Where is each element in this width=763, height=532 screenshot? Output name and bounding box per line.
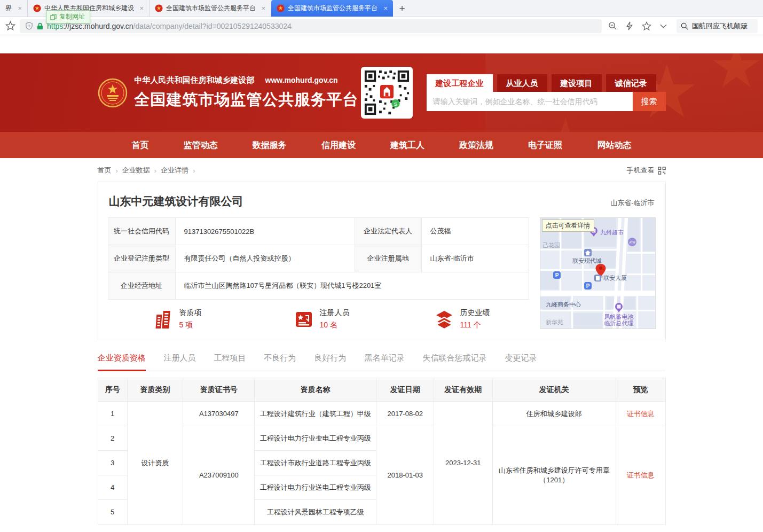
browser-tab-jzsc-1[interactable]: 全国建筑市场监管公共服务平台 × (150, 0, 271, 17)
cell-qual-name: 工程设计电力行业变电工程专业丙级 (255, 426, 376, 451)
tab-blacklist[interactable]: 黑名单记录 (365, 353, 405, 371)
site-favicon-icon (33, 4, 41, 12)
site-header: 中华人民共和国住房和城乡建设部 www.mohurd.gov.cn 全国建筑市场… (0, 53, 763, 132)
close-icon[interactable]: × (139, 4, 144, 12)
col-seq: 序号 (98, 378, 127, 402)
breadcrumb-home[interactable]: 首页 (98, 166, 112, 175)
authority-line1: 山东省住房和城乡建设厅许可专用章 (497, 466, 611, 475)
browser-tab-active[interactable]: 全国建筑市场监管公共服务平台 × (271, 0, 393, 17)
col-preview: 预览 (616, 378, 665, 402)
browser-tab-partial[interactable]: 界 × (0, 0, 28, 17)
reg-region-value: 山东省-临沂市 (421, 245, 529, 272)
copy-url-tooltip: 复制网址 (46, 10, 90, 24)
company-region: 山东省-临沂市 (610, 198, 654, 208)
nav-policy[interactable]: 政策法规 (459, 132, 493, 158)
map-label-battery-2: 临沂总代理 (604, 320, 633, 326)
map-label-business-center: 九峰商务中心 (546, 301, 581, 308)
breadcrumb-company-data[interactable]: 企业数据 (122, 166, 150, 175)
col-qual-name: 资质名称 (255, 378, 376, 402)
cell-cert-no: A237009100 (183, 426, 255, 525)
search-icon (681, 22, 688, 30)
map-tooltip[interactable]: 点击可查看详情 (542, 220, 594, 232)
nav-supervision[interactable]: 监管动态 (184, 132, 218, 158)
close-icon[interactable]: × (261, 4, 265, 12)
nav-data-service[interactable]: 数据服务 (253, 132, 287, 158)
bookmark-star-icon[interactable] (5, 21, 15, 31)
tab-registered-personnel[interactable]: 注册人员 (164, 353, 196, 371)
col-issue-date: 发证日期 (376, 378, 434, 402)
cell-qual-name: 工程设计电力行业送电工程专业丙级 (255, 475, 376, 500)
browser-toolbar: https://jzsc.mohurd.gov.cn/data/company/… (0, 17, 763, 35)
nav-home[interactable]: 首页 (132, 132, 149, 158)
cell-issue-date: 2018-01-03 (376, 426, 434, 525)
search-button[interactable]: 搜索 (633, 92, 666, 111)
qr-code-icon: S (364, 69, 410, 116)
breadcrumb-company-detail[interactable]: 企业详情 (161, 166, 188, 175)
stat-registered-personnel[interactable]: 注册人员 10 名 (248, 308, 389, 330)
col-category: 资质类别 (127, 378, 183, 402)
parking-icon: P (553, 271, 561, 279)
search-tab-enterprise[interactable]: 建设工程企业 (427, 74, 493, 92)
new-tab-button[interactable]: + (393, 0, 411, 17)
certificate-info-link[interactable]: 证书信息 (627, 410, 655, 418)
nav-workers[interactable]: 建筑工人 (390, 132, 424, 158)
poi-tower-icon (594, 275, 601, 281)
keyword-search-input[interactable] (427, 92, 633, 111)
qualification-table: 序号 资质类别 资质证书号 资质名称 发证日期 发证有效期 发证机关 预览 1 … (98, 378, 666, 525)
quick-search-box[interactable]: 国航回应飞机颠簸 (677, 19, 758, 33)
address-value: 临沂市兰山区陶然路107号星河晶都（联安）现代城1号楼2201室 (175, 272, 529, 300)
id-badge-icon (294, 310, 313, 328)
map-label-xinhua: 新华苑 (546, 319, 563, 325)
cell-authority: 山东省住房和城乡建设厅许可专用章 （1201） (492, 426, 616, 525)
browser-chrome: 界 × 中华人民共和国住房和城乡建设 × 全国建筑市场监管公共服务平台 × 全国… (0, 0, 763, 35)
tab-bad-behavior[interactable]: 不良行为 (264, 353, 296, 371)
col-cert-no: 资质证书号 (183, 378, 255, 402)
browser-tab-strip: 界 × 中华人民共和国住房和城乡建设 × 全国建筑市场监管公共服务平台 × 全国… (0, 0, 763, 17)
tab-dishonesty[interactable]: 失信联合惩戒记录 (423, 353, 487, 371)
national-emblem-icon (98, 78, 128, 108)
poi-building-icon (584, 249, 592, 256)
quick-search-text: 国航回应飞机颠簸 (692, 21, 748, 31)
map-label-garden: 己花园 (542, 242, 560, 248)
tab-good-behavior[interactable]: 良好行为 (314, 353, 347, 371)
chevron-down-icon[interactable] (660, 24, 667, 28)
close-icon[interactable]: × (383, 4, 388, 12)
tab-change-records[interactable]: 变更记录 (505, 353, 537, 371)
nav-site-news[interactable]: 网站动态 (597, 132, 631, 158)
nav-e-license[interactable]: 电子证照 (528, 132, 562, 158)
flash-icon[interactable] (626, 21, 633, 30)
search-tab-personnel[interactable]: 从业人员 (497, 74, 547, 92)
stat-label: 注册人员 (320, 308, 350, 318)
company-stats: 资质项 5 项 注册人员 10 名 (108, 308, 529, 330)
detail-section-tabs: 企业资质资格 注册人员 工程项目 不良行为 良好行为 黑名单记录 失信联合惩戒记… (98, 353, 666, 371)
map-label-modern-city: 联安现代城 (572, 257, 602, 264)
cell-category: 设计资质 (127, 402, 183, 525)
building-icon (154, 309, 173, 330)
company-info-table: 统一社会信用代码 91371302675501022B 企业法定代表人 公茂福 … (108, 217, 529, 300)
breadcrumb-separator-icon (188, 167, 199, 175)
search-tab-credit[interactable]: 诚信记录 (606, 74, 656, 92)
shield-plus-icon[interactable] (25, 22, 33, 30)
tab-projects[interactable]: 工程项目 (214, 353, 246, 371)
mobile-view[interactable]: 手机查看 (627, 166, 666, 175)
map-label-supermarket: 九州超市 (600, 229, 624, 236)
address-bar[interactable]: https://jzsc.mohurd.gov.cn/data/company/… (20, 19, 602, 33)
site-brand[interactable]: 中华人民共和国住房和城乡建设部 www.mohurd.gov.cn 全国建筑市场… (98, 75, 359, 111)
map-label-tower: 联安大厦 (603, 275, 627, 281)
stat-history-performance[interactable]: 历史业绩 111 个 (389, 308, 529, 330)
search-tab-project[interactable]: 建设项目 (552, 74, 602, 92)
reg-region-label: 企业注册属地 (355, 245, 421, 272)
tab-qualifications[interactable]: 企业资质资格 (98, 353, 146, 371)
stat-qualifications[interactable]: 资质项 5 项 (108, 308, 248, 330)
close-icon[interactable]: × (18, 4, 22, 12)
nav-credit[interactable]: 信用建设 (321, 132, 356, 158)
zoom-out-icon[interactable] (608, 21, 617, 30)
stat-value: 111 个 (460, 320, 490, 330)
location-map[interactable]: 点击可查看详情 (540, 217, 656, 329)
cell-seq: 4 (98, 475, 127, 500)
cell-preview: 证书信息 (616, 402, 665, 426)
legal-rep-value: 公茂福 (421, 218, 529, 245)
favorite-star-icon[interactable] (642, 21, 651, 31)
copy-icon (50, 14, 57, 20)
certificate-info-link[interactable]: 证书信息 (627, 471, 655, 479)
